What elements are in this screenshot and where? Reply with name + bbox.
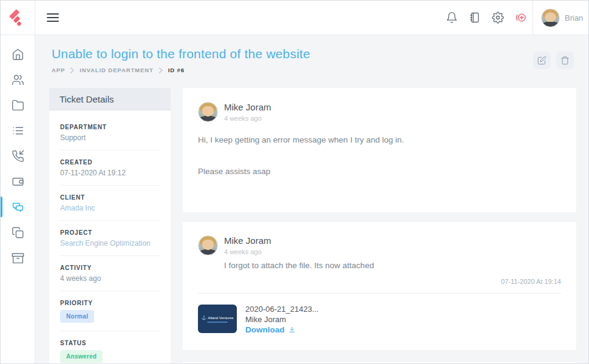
trash-icon — [560, 56, 570, 65]
attachment-filename: 2020-06-21_21423... — [245, 305, 319, 314]
attachment-download-link[interactable]: Download — [245, 325, 319, 334]
message-timestamp: 07-11-2020 At 19:14 — [198, 278, 561, 285]
user-name: Brian — [565, 13, 583, 22]
delete-ticket-icon-button[interactable] — [556, 52, 574, 69]
divider — [60, 255, 160, 256]
sidebar-item-messages[interactable] — [1, 194, 35, 220]
home-icon — [12, 48, 24, 61]
sidebar-item-tasks[interactable] — [1, 118, 35, 143]
download-label: Download — [245, 325, 285, 334]
message-thread: Mike Joram 4 weeks ago Hi, I keep gettin… — [183, 88, 576, 363]
breadcrumb-app[interactable]: APP — [52, 67, 65, 73]
sidebar-item-archive[interactable] — [1, 245, 35, 271]
attachment-row: ⚓ Atland Ventures 2020-06-21_21423... Mi… — [198, 305, 561, 334]
field-created: CREATED 07-11-2020 At 19:12 — [60, 159, 160, 177]
field-label: CREATED — [60, 159, 160, 166]
hamburger-menu-icon[interactable] — [35, 1, 70, 35]
wallet-icon — [12, 175, 24, 188]
priority-badge: Normal — [60, 310, 94, 323]
field-label: PROJECT — [60, 229, 160, 236]
settings-gear-icon[interactable] — [486, 1, 509, 35]
ticket-details-panel: Ticket Details DEPARTMENT Support CREATE… — [49, 88, 171, 363]
sidebar-item-calls[interactable] — [1, 143, 35, 169]
message-time: 4 weeks ago — [224, 115, 271, 122]
divider — [60, 331, 160, 331]
field-project: PROJECT Search Engine Optimization — [60, 229, 160, 248]
download-icon — [288, 326, 296, 334]
topbar-spacer — [70, 1, 440, 35]
sidebar-item-documents[interactable] — [1, 220, 35, 245]
field-label: ACTIVITY — [60, 265, 160, 271]
field-label: DEPARTMENT — [60, 124, 160, 130]
attachment-brand-text: Atland Ventures — [208, 316, 233, 320]
sidebar-item-home[interactable] — [1, 41, 35, 67]
breadcrumb-department[interactable]: INVALID DEPARTMENT — [80, 67, 153, 73]
sidebar-item-payments[interactable] — [1, 169, 35, 194]
message-body-line: Please assists asap — [198, 167, 561, 176]
edit-pencil-icon — [537, 56, 546, 65]
attachment-uploader: Mike Joram — [245, 315, 319, 324]
users-icon — [12, 73, 24, 86]
phone-incoming-icon — [12, 150, 24, 163]
attachment-tagline-bar — [207, 322, 228, 323]
page-title: Unable to login to the frontend of the w… — [52, 47, 310, 61]
field-priority: PRIORITY Normal — [60, 300, 160, 323]
status-badge: Answered — [60, 350, 103, 363]
attachment-thumbnail[interactable]: ⚓ Atland Ventures — [198, 305, 237, 333]
message-author: Mike Joram — [224, 102, 271, 112]
topbar: Brian — [1, 1, 588, 35]
notifications-bell-icon[interactable] — [440, 1, 463, 35]
field-label: PRIORITY — [60, 300, 160, 306]
quick-add-icon[interactable] — [509, 1, 533, 35]
divider — [60, 150, 160, 150]
sidebar-item-clients[interactable] — [1, 67, 35, 92]
message-author-avatar — [198, 235, 218, 255]
project-link[interactable]: Search Engine Optimization — [60, 239, 160, 248]
field-value: 07-11-2020 At 19:12 — [60, 169, 160, 177]
divider — [60, 291, 160, 291]
field-value: Support — [60, 133, 160, 142]
chevron-right-icon — [70, 67, 75, 73]
divider — [60, 220, 160, 221]
message-body-line: Hi, I keep getting an error message when… — [198, 135, 561, 144]
field-activity: ACTIVITY 4 weeks ago — [60, 265, 160, 283]
field-client: CLIENT Amada Inc — [60, 194, 160, 212]
notebook-icon[interactable] — [463, 1, 486, 35]
chat-bubbles-icon — [12, 201, 24, 214]
sidebar-item-projects[interactable] — [1, 92, 35, 118]
field-label: STATUS — [60, 340, 160, 346]
field-department: DEPARTMENT Support — [60, 124, 160, 142]
breadcrumb: APP INVALID DEPARTMENT ID #6 — [52, 67, 310, 73]
list-icon — [12, 124, 24, 137]
folder-icon — [12, 99, 24, 112]
message-body-line: I forgot to attach the file. Its now att… — [224, 261, 561, 270]
documents-icon — [12, 226, 24, 239]
divider — [198, 293, 561, 294]
message-card: Mike Joram 4 weeks ago I forgot to attac… — [183, 222, 576, 350]
chevron-right-icon — [158, 67, 163, 73]
divider — [60, 185, 160, 186]
edit-ticket-icon-button[interactable] — [533, 52, 551, 69]
user-menu[interactable]: Brian — [533, 1, 588, 35]
logo-icon — [9, 8, 27, 27]
ticket-details-header: Ticket Details — [49, 88, 171, 110]
user-avatar — [541, 8, 560, 27]
sidebar-nav — [1, 35, 35, 363]
message-card-partial — [183, 362, 576, 363]
app-window: Brian — [0, 0, 589, 364]
message-author-avatar — [198, 102, 218, 122]
attachment-brand: ⚓ Atland Ventures — [201, 315, 233, 320]
field-status: STATUS Answered — [60, 340, 160, 363]
breadcrumb-ticket-id: ID #6 — [168, 67, 185, 73]
app-logo[interactable] — [1, 1, 35, 35]
anchor-icon: ⚓ — [201, 315, 206, 320]
client-link[interactable]: Amada Inc — [60, 204, 160, 212]
message-author: Mike Joram — [224, 235, 561, 246]
message-card: Mike Joram 4 weeks ago Hi, I keep gettin… — [183, 88, 576, 212]
message-time: 4 weeks ago — [224, 248, 561, 255]
archive-icon — [12, 252, 24, 265]
field-value: 4 weeks ago — [60, 274, 160, 283]
hamburger-bars — [47, 13, 59, 22]
field-label: CLIENT — [60, 194, 160, 201]
main-content: Unable to login to the frontend of the w… — [35, 35, 588, 363]
